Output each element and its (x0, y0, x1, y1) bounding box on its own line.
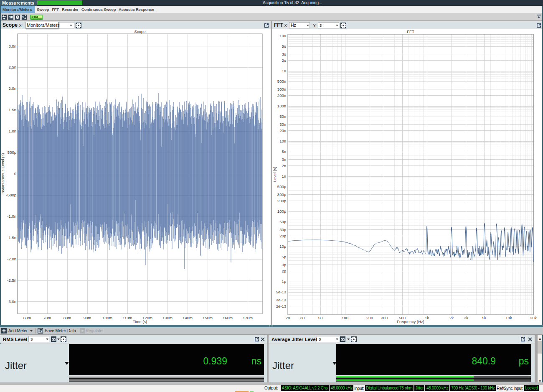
svg-text:10k: 10k (505, 316, 512, 320)
svg-text:1.5n: 1.5n (9, 107, 17, 112)
svg-text:300n: 300n (277, 87, 286, 92)
svg-text:2.5n: 2.5n (9, 65, 17, 69)
svg-text:-2.5n: -2.5n (7, 278, 16, 283)
svg-text:50: 50 (318, 316, 323, 320)
svg-text:Frequency (Hz): Frequency (Hz) (397, 319, 424, 324)
svg-text:5e-13: 5e-13 (276, 290, 286, 294)
svg-text:500n: 500n (277, 79, 286, 84)
svg-text:Instantaneous Level (s): Instantaneous Level (s) (0, 153, 5, 195)
svg-text:20: 20 (286, 316, 290, 320)
svg-text:500p: 500p (277, 184, 286, 189)
svg-text:-500p: -500p (6, 193, 16, 197)
svg-text:1u: 1u (282, 69, 286, 73)
svg-text:30n: 30n (279, 122, 286, 127)
svg-text:100n: 100n (277, 104, 286, 108)
svg-text:170m: 170m (243, 316, 253, 320)
svg-text:140m: 140m (183, 316, 193, 320)
svg-text:1k: 1k (425, 316, 429, 320)
svg-text:20k: 20k (530, 316, 537, 320)
svg-text:2p: 2p (282, 269, 286, 273)
svg-text:3.0n: 3.0n (9, 44, 17, 48)
svg-text:10n: 10n (279, 139, 286, 143)
svg-text:300: 300 (381, 316, 388, 320)
svg-text:160m: 160m (223, 316, 233, 320)
svg-text:2u: 2u (282, 58, 286, 63)
svg-text:30p: 30p (279, 227, 286, 232)
svg-text:1.0n: 1.0n (9, 129, 17, 133)
svg-text:5p: 5p (282, 255, 286, 259)
svg-text:0: 0 (14, 171, 16, 176)
svg-text:Level (s): Level (s) (272, 167, 277, 182)
svg-text:-1.0n: -1.0n (7, 214, 16, 219)
svg-text:200: 200 (366, 316, 373, 320)
svg-text:3n: 3n (282, 157, 286, 162)
svg-text:Time (s): Time (s) (133, 319, 147, 324)
svg-text:10p: 10p (279, 244, 286, 249)
svg-text:5u: 5u (282, 44, 286, 48)
svg-text:50p: 50p (279, 219, 286, 224)
svg-text:100: 100 (342, 316, 348, 320)
svg-text:3u: 3u (282, 52, 286, 56)
svg-text:1p: 1p (282, 279, 286, 284)
svg-text:300p: 300p (277, 192, 286, 197)
svg-text:-1.5n: -1.5n (7, 235, 16, 240)
svg-text:20p: 20p (279, 234, 286, 238)
svg-text:80m: 80m (63, 316, 71, 320)
svg-text:3k: 3k (464, 316, 468, 320)
svg-text:1n: 1n (282, 174, 286, 178)
svg-text:-3.0n: -3.0n (7, 299, 16, 304)
svg-text:2e-13: 2e-13 (276, 304, 286, 308)
svg-text:500p: 500p (8, 150, 16, 155)
svg-text:10u: 10u (279, 33, 286, 38)
svg-text:3p: 3p (282, 262, 286, 267)
svg-text:-2.0n: -2.0n (7, 257, 16, 261)
svg-text:90m: 90m (84, 316, 91, 320)
svg-text:200p: 200p (277, 199, 286, 203)
svg-text:30: 30 (300, 316, 305, 320)
svg-text:2k: 2k (449, 316, 454, 320)
svg-text:150m: 150m (203, 316, 213, 320)
svg-text:2.0n: 2.0n (9, 86, 17, 91)
svg-text:2n: 2n (282, 163, 286, 168)
svg-text:110m: 110m (122, 316, 132, 320)
svg-text:5k: 5k (482, 316, 486, 320)
svg-text:100m: 100m (102, 316, 112, 320)
svg-text:70m: 70m (43, 316, 51, 320)
svg-text:FFT: FFT (407, 29, 414, 34)
svg-text:100p: 100p (277, 209, 286, 214)
svg-text:5n: 5n (282, 149, 286, 154)
svg-text:130m: 130m (162, 316, 173, 320)
svg-text:3e-13: 3e-13 (276, 298, 286, 302)
svg-text:50n: 50n (279, 114, 286, 119)
svg-text:20n: 20n (279, 128, 286, 133)
svg-text:60m: 60m (23, 316, 31, 320)
svg-text:200n: 200n (277, 93, 286, 98)
svg-text:Scope: Scope (134, 29, 146, 34)
